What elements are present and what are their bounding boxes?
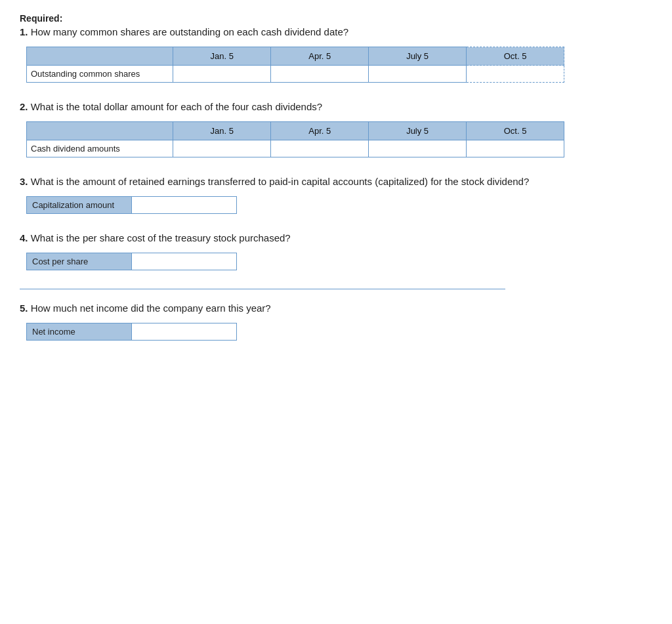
question-4: 4. What is the per share cost of the tre… xyxy=(20,232,652,270)
q3-table: Capitalization amount xyxy=(26,196,237,214)
q2-table: Jan. 5 Apr. 5 July 5 Oct. 5 Cash dividen… xyxy=(26,121,564,157)
q4-table: Cost per share xyxy=(26,253,237,270)
q1-oct-cell xyxy=(467,66,564,83)
q3-input-cell xyxy=(132,197,237,214)
question-5: 5. How much net income did the company e… xyxy=(20,302,652,341)
q1-col-apr: Apr. 5 xyxy=(271,47,369,66)
q2-col-apr: Apr. 5 xyxy=(271,122,369,140)
q2-oct-input[interactable] xyxy=(467,140,564,157)
q3-number: 3. xyxy=(20,176,28,187)
q1-col-july: July 5 xyxy=(369,47,467,66)
q5-table: Net income xyxy=(26,323,237,341)
q3-text: 3. What is the amount of retained earnin… xyxy=(20,176,652,187)
q2-jan-cell xyxy=(173,140,271,157)
q1-jan-cell xyxy=(173,66,271,83)
q1-number: 1. xyxy=(20,26,28,37)
section-divider xyxy=(20,289,505,289)
question-1: 1. How many common shares are outstandin… xyxy=(20,26,652,83)
q5-row-label: Net income xyxy=(27,323,132,341)
table-row: Cash dividend amounts xyxy=(27,140,564,157)
question-3: 3. What is the amount of retained earnin… xyxy=(20,176,652,214)
q2-col-label xyxy=(27,122,173,140)
q4-input[interactable] xyxy=(132,253,236,270)
q4-text: 4. What is the per share cost of the tre… xyxy=(20,232,652,243)
q1-col-label xyxy=(27,47,173,66)
required-section: Required: xyxy=(20,13,652,24)
q1-july-input[interactable] xyxy=(369,66,466,82)
q5-input[interactable] xyxy=(132,323,236,340)
q3-row-label: Capitalization amount xyxy=(27,197,132,214)
table-row: Cost per share xyxy=(27,253,237,270)
q2-july-input[interactable] xyxy=(369,140,466,157)
q2-oct-cell xyxy=(467,140,564,157)
q2-apr-cell xyxy=(271,140,369,157)
q2-col-oct: Oct. 5 xyxy=(467,122,564,140)
q3-input[interactable] xyxy=(132,197,236,213)
q1-jan-input[interactable] xyxy=(173,66,270,82)
q4-row-label: Cost per share xyxy=(27,253,132,270)
q2-row-label: Cash dividend amounts xyxy=(27,140,173,157)
q5-number: 5. xyxy=(20,302,28,314)
q2-text: 2. What is the total dollar amount for e… xyxy=(20,101,652,112)
q2-number: 2. xyxy=(20,101,28,112)
table-row: Capitalization amount xyxy=(27,197,237,214)
q2-july-cell xyxy=(369,140,467,157)
q1-text: 1. How many common shares are outstandin… xyxy=(20,26,652,37)
table-row: Net income xyxy=(27,323,237,341)
q1-apr-cell xyxy=(271,66,369,83)
q2-jan-input[interactable] xyxy=(173,140,270,157)
q1-table: Jan. 5 Apr. 5 July 5 Oct. 5 Outstanding … xyxy=(26,47,564,83)
q1-col-oct: Oct. 5 xyxy=(467,47,564,66)
q1-col-jan: Jan. 5 xyxy=(173,47,271,66)
q5-input-cell xyxy=(132,323,237,341)
question-2: 2. What is the total dollar amount for e… xyxy=(20,101,652,157)
required-label: Required: xyxy=(20,13,652,24)
q1-oct-input[interactable] xyxy=(467,66,564,82)
table-row: Outstanding common shares xyxy=(27,66,564,83)
q1-july-cell xyxy=(369,66,467,83)
q1-row-label: Outstanding common shares xyxy=(27,66,173,83)
q4-input-cell xyxy=(132,253,237,270)
q2-col-jan: Jan. 5 xyxy=(173,122,271,140)
q4-number: 4. xyxy=(20,232,28,243)
q5-text: 5. How much net income did the company e… xyxy=(20,302,652,314)
q2-col-july: July 5 xyxy=(369,122,467,140)
q1-apr-input[interactable] xyxy=(271,66,368,82)
q2-apr-input[interactable] xyxy=(271,140,368,157)
